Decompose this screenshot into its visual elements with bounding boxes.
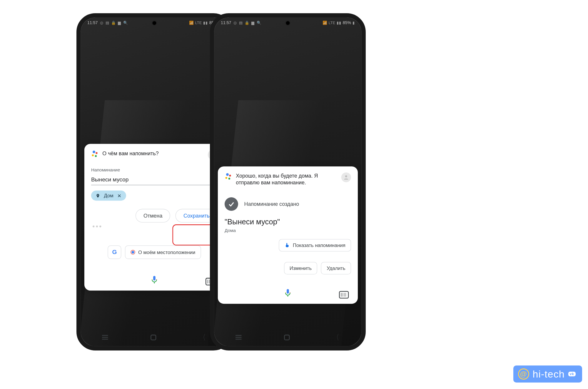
android-nav: 〈 <box>81 330 228 344</box>
reminder-input[interactable] <box>91 175 218 185</box>
svg-point-1 <box>345 175 347 177</box>
show-reminders-button[interactable]: Показать напоминания <box>279 239 351 251</box>
chart-icon: ▆ <box>251 21 254 25</box>
mic-button[interactable] <box>282 287 293 298</box>
show-reminders-label: Показать напоминания <box>293 243 345 248</box>
close-icon[interactable] <box>117 193 121 198</box>
mic-button[interactable] <box>149 274 160 285</box>
instagram-icon: ◎ <box>233 21 237 25</box>
location-chip[interactable]: Дом <box>91 191 126 201</box>
gallery-icon: ▤ <box>106 21 109 25</box>
home-button[interactable] <box>151 334 156 340</box>
status-bar: 11:57 ◎ ▤ 🔒 ▆ 🔍 📶 LTE ▮▮ 85% ▮ <box>81 17 228 28</box>
screen-right: 11:57 ◎ ▤ 🔒 ▆ 🔍 📶 LTE ▮▮ 85% ▮ Хорошо, к… <box>214 17 362 346</box>
recents-button[interactable] <box>235 335 241 339</box>
assistant-logo-icon <box>91 151 98 157</box>
watermark-text: hi-tech <box>533 369 565 379</box>
google-button[interactable]: G <box>108 246 121 259</box>
lock-icon: 🔒 <box>245 21 249 25</box>
signal-icon: ▮▮ <box>203 21 208 25</box>
screen-left: 11:57 ◎ ▤ 🔒 ▆ 🔍 📶 LTE ▮▮ 85% ▮ О чём вам <box>81 17 228 346</box>
pin-icon <box>96 193 100 198</box>
assistant-prompt: О чём вам напомнить? <box>102 150 203 157</box>
reminder-location: Дома <box>225 228 351 233</box>
search-icon: 🔍 <box>123 21 128 25</box>
home-button[interactable] <box>284 334 290 340</box>
assistant-panel-confirm: Хорошо, когда вы будете дома. Я отправлю… <box>218 166 358 304</box>
loading-dots-icon <box>91 224 218 229</box>
suggestion-label: О моём местоположении <box>138 249 195 255</box>
cancel-button[interactable]: Отмена <box>136 209 170 223</box>
vk-icon: vk <box>568 372 576 376</box>
status-bar: 11:57 ◎ ▤ 🔒 ▆ 🔍 📶 LTE ▮▮ 85% ▮ <box>214 17 362 28</box>
at-icon: @ <box>518 368 529 380</box>
battery-icon: ▮ <box>353 21 355 25</box>
chip-label: Дом <box>104 193 113 198</box>
watermark-badge: @ hi-tech vk <box>513 365 582 383</box>
signal-icon: ▮▮ <box>337 21 341 25</box>
keyboard-icon[interactable] <box>339 291 349 299</box>
section-label: Напоминание <box>91 167 218 173</box>
chart-icon: ▆ <box>118 21 121 25</box>
lte-icon: LTE <box>195 21 202 25</box>
gallery-icon: ▤ <box>239 21 243 25</box>
assistant-panel-create: О чём вам напомнить? Напоминание Дом Отм… <box>84 144 224 291</box>
android-nav: 〈 <box>214 330 362 344</box>
back-button[interactable]: 〈 <box>334 332 339 343</box>
back-button[interactable]: 〈 <box>200 332 206 343</box>
instagram-icon: ◎ <box>100 21 103 25</box>
assistant-logo-icon <box>225 173 231 180</box>
status-time: 11:57 <box>221 20 231 25</box>
wifi-icon: 📶 <box>323 21 327 25</box>
status-time: 11:57 <box>87 20 98 25</box>
status-battery: 85% <box>343 20 351 25</box>
lock-icon: 🔒 <box>111 21 116 25</box>
tap-icon <box>285 243 290 248</box>
lens-icon <box>131 250 135 254</box>
google-logo-icon: G <box>112 249 117 256</box>
created-label: Напоминание создано <box>244 201 299 207</box>
recents-button[interactable] <box>102 335 108 339</box>
edit-button[interactable]: Изменить <box>284 262 317 275</box>
phone-left: 11:57 ◎ ▤ 🔒 ▆ 🔍 📶 LTE ▮▮ 85% ▮ О чём вам <box>76 13 232 350</box>
profile-avatar[interactable] <box>341 172 351 182</box>
checkmark-icon <box>225 197 238 211</box>
phone-right: 11:57 ◎ ▤ 🔒 ▆ 🔍 📶 LTE ▮▮ 85% ▮ Хорошо, к… <box>210 13 366 350</box>
delete-button[interactable]: Удалить <box>321 262 351 275</box>
suggestion-chip[interactable]: О моём местоположении <box>125 246 201 259</box>
lte-icon: LTE <box>329 21 335 25</box>
wifi-icon: 📶 <box>189 21 193 25</box>
search-icon: 🔍 <box>257 21 261 25</box>
assistant-response: Хорошо, когда вы будете дома. Я отправлю… <box>236 172 337 186</box>
reminder-title: "Вынеси мусор" <box>225 218 351 226</box>
